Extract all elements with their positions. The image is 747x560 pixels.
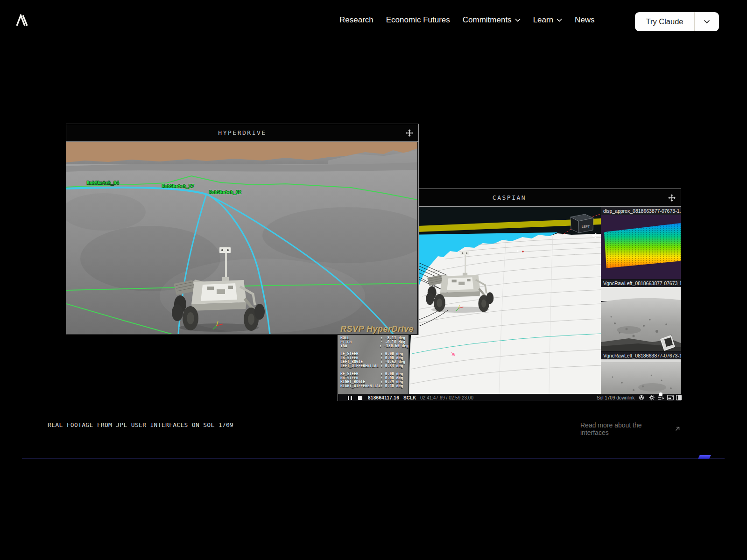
arrow-up-right-icon [675, 426, 680, 432]
filmstrip-icon[interactable] [667, 394, 674, 401]
nav-label: Economic Futures [386, 15, 450, 25]
palette-icon[interactable] [639, 394, 644, 401]
window-title: CASPIAN [493, 194, 526, 201]
move-handle-icon[interactable] [406, 129, 413, 137]
image-filename: VgncRawLeft_0818663877-07673-1.png [601, 279, 681, 287]
chevron-down-icon [704, 20, 710, 24]
telemetry-label: RIGHT_DIFFERENTIAL [340, 385, 381, 389]
caspian-image-sidebar: disp_approx_0818663877-07673-1.png VgncR… [601, 207, 681, 394]
read-more-label: Read more about the interfaces [580, 421, 671, 436]
nav-item-news[interactable]: News [575, 15, 595, 25]
downlink-status: Sol 1709 downlink [597, 394, 634, 401]
move-handle-icon[interactable] [668, 194, 676, 202]
footage-caption: REAL FOOTAGE FROM JPL USER INTERFACES ON… [48, 421, 233, 428]
telemetry-label: LEFT_DIFFERENTIAL [340, 364, 381, 369]
waypoint-label: RobSketch_27 [162, 183, 194, 189]
nav-label: Research [339, 15, 374, 25]
waypoint-label: RobSketch_04 [87, 180, 119, 185]
telemetry-panel: ROLL-8.11 deg PITCH-0.10 deg YAW-130.60 … [338, 335, 409, 394]
nav-item-economic-futures[interactable]: Economic Futures [386, 15, 450, 25]
hyperdrive-window: HYPERDRIVE [66, 124, 419, 335]
disparity-map-thumbnail[interactable] [601, 215, 681, 279]
main-nav: Research Economic Futures Commitments Le… [339, 15, 595, 25]
stop-button[interactable] [358, 394, 362, 401]
transport-bar: 818664117.16 SCLK 02:41:47.69 / 02:59:23… [338, 394, 681, 401]
pause-button[interactable] [348, 394, 352, 401]
try-claude-button[interactable]: Try Claude [635, 12, 694, 31]
settings-gear-icon[interactable] [649, 394, 655, 401]
cube-face-label: LEFT [582, 225, 590, 228]
chevron-down-icon [515, 18, 521, 22]
nav-item-learn[interactable]: Learn [533, 15, 562, 25]
telemetry-label: LEFT_BOGIE [340, 360, 381, 364]
rectified-navcam-thumbnail[interactable] [601, 359, 681, 394]
anthropic-logomark-icon[interactable] [15, 14, 29, 27]
telemetry-label: YAW [340, 344, 379, 349]
image-filename: VgncRawLeft_0818663877-07673-1_rectified… [601, 351, 681, 359]
chevron-down-icon [557, 18, 562, 22]
sclk-count: 818664117.16 [368, 394, 399, 401]
scrubber-handle[interactable] [659, 392, 662, 396]
read-more-link[interactable]: Read more about the interfaces [580, 421, 680, 436]
sclk-label: SCLK [403, 394, 416, 401]
waypoint-label: RobSketch_02 [209, 189, 241, 195]
telemetry-label: RIGHT_BOGIE [340, 380, 381, 385]
rsvp-watermark: RSVP HyperDrive [340, 324, 414, 334]
try-claude-dropdown-button[interactable] [695, 12, 719, 31]
side-panel-icon[interactable] [676, 394, 682, 401]
telemetry-label: PITCH [340, 341, 381, 345]
hyperdrive-3d-view[interactable]: RobSketch_04 RobSketch_27 RobSketch_02 R… [66, 142, 418, 334]
try-claude-split-button: Try Claude [635, 12, 719, 31]
navcam-thumbnail[interactable] [601, 287, 681, 351]
nav-label: Commitments [463, 15, 512, 25]
telemetry-label: RR_STEER [340, 377, 381, 381]
timecode: 02:41:47.69 / 02:59:23.00 [420, 394, 473, 401]
telemetry-label: RF_STEER [340, 372, 381, 377]
telemetry-label: LF_STEER [340, 352, 381, 357]
telemetry-label: ROLL [340, 336, 381, 341]
window-title: HYPERDRIVE [218, 129, 266, 136]
nav-item-research[interactable]: Research [339, 15, 374, 25]
page: Research Economic Futures Commitments Le… [0, 0, 747, 560]
telemetry-value: 0.34 deg [381, 364, 403, 369]
disparity-noise [601, 215, 681, 279]
telemetry-value: -130.60 deg [379, 344, 409, 349]
telemetry-label: LR_STEER [340, 357, 381, 361]
hyperdrive-scene: RobSketch_04 RobSketch_27 RobSketch_02 [66, 142, 417, 334]
nav-item-commitments[interactable]: Commitments [463, 15, 521, 25]
telemetry-value: 0.40 deg [381, 385, 403, 389]
nav-label: Learn [533, 15, 553, 25]
nav-label: News [575, 15, 595, 25]
hyperdrive-titlebar[interactable]: HYPERDRIVE [66, 124, 418, 142]
image-filename: disp_approx_0818663877-07673-1.png [601, 207, 681, 215]
divider-glitch-accent [698, 455, 711, 459]
section-divider [22, 458, 725, 459]
